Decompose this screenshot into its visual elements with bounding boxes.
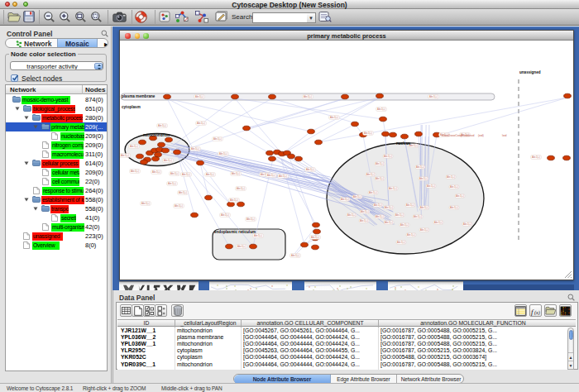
svg-text:Abc1(+): Abc1(+) xyxy=(131,170,139,173)
svg-text:Abc1(+): Abc1(+) xyxy=(532,155,540,159)
svg-text:Abc1(+): Abc1(+) xyxy=(434,221,443,224)
svg-text:xGxxxDxxxxCxxxphxxdxlxsxd: xGxxxDxxxxCxxxphxxdxlxsxd xyxy=(442,134,475,137)
svg-text:Abc1(+): Abc1(+) xyxy=(376,162,384,165)
svg-text:(xxd): (xxd) xyxy=(478,134,484,137)
svg-text:Abc1(+): Abc1(+) xyxy=(230,198,238,202)
svg-text:Abc1(+): Abc1(+) xyxy=(306,168,314,171)
svg-text:Abc1(+): Abc1(+) xyxy=(450,206,458,209)
svg-text:mitochondrion: mitochondrion xyxy=(143,133,170,137)
svg-text:Abc1(+): Abc1(+) xyxy=(407,233,415,237)
svg-text:Abc1(+): Abc1(+) xyxy=(121,154,129,157)
svg-text:Abc1(+): Abc1(+) xyxy=(414,215,422,218)
svg-text:Abc1(+): Abc1(+) xyxy=(267,174,275,177)
svg-text:Abc1(+): Abc1(+) xyxy=(130,145,138,148)
svg-text:Abc1(+): Abc1(+) xyxy=(237,245,246,248)
svg-text:Abc1(+): Abc1(+) xyxy=(427,184,435,188)
svg-text:unassigned: unassigned xyxy=(519,70,541,74)
svg-text:Abc1(+): Abc1(+) xyxy=(152,170,160,174)
svg-text:Abc1(+): Abc1(+) xyxy=(419,177,428,180)
svg-text:Abc1(+): Abc1(+) xyxy=(206,173,214,176)
svg-text:Abc1(+): Abc1(+) xyxy=(279,174,287,178)
svg-text:lxxd: lxxd xyxy=(502,134,507,137)
svg-text:Abc1(+): Abc1(+) xyxy=(406,203,414,207)
svg-text:Abc1(+): Abc1(+) xyxy=(141,202,150,205)
svg-text:Abc1(+): Abc1(+) xyxy=(420,206,428,209)
svg-text:Abc1(+): Abc1(+) xyxy=(291,254,299,257)
svg-text:plasma membrane: plasma membrane xyxy=(122,94,156,98)
svg-text:Abc1(+): Abc1(+) xyxy=(456,194,464,198)
svg-text:Abc1(+): Abc1(+) xyxy=(175,204,183,208)
svg-text:Abc1(+): Abc1(+) xyxy=(170,172,179,175)
svg-text:Abc1(+): Abc1(+) xyxy=(374,203,382,207)
svg-text:Abc1(+): Abc1(+) xyxy=(168,182,176,185)
svg-text:Abc1(+): Abc1(+) xyxy=(384,155,392,158)
svg-text:endoplasmic reticulum: endoplasmic reticulum xyxy=(214,230,256,234)
svg-text:Abc1(+): Abc1(+) xyxy=(158,124,166,127)
svg-text:Abc1(+): Abc1(+) xyxy=(254,234,262,237)
svg-text:Abc1(+): Abc1(+) xyxy=(450,185,458,189)
svg-text:Abc1(+): Abc1(+) xyxy=(447,175,455,179)
svg-text:Abc1(+): Abc1(+) xyxy=(360,219,368,222)
svg-text:Abc1(+): Abc1(+) xyxy=(429,95,438,98)
svg-text:Abc1(+): Abc1(+) xyxy=(385,206,393,209)
svg-text:Abc1(+): Abc1(+) xyxy=(341,198,349,201)
svg-text:Abc1(+): Abc1(+) xyxy=(353,195,361,198)
svg-text:Abc1(+): Abc1(+) xyxy=(221,213,229,217)
svg-text:Abc1(+): Abc1(+) xyxy=(376,177,384,180)
svg-text:Abc1(+): Abc1(+) xyxy=(219,152,227,155)
svg-text:Abc1(+): Abc1(+) xyxy=(395,213,404,217)
svg-text:Abc1(+): Abc1(+) xyxy=(237,187,245,190)
svg-text:cytoplasm: cytoplasm xyxy=(122,105,141,109)
svg-text:Abc1(+): Abc1(+) xyxy=(191,147,199,151)
svg-text:Abc1(+): Abc1(+) xyxy=(420,228,428,232)
svg-text:Abc1(+): Abc1(+) xyxy=(463,222,471,226)
svg-text:Abc1(+): Abc1(+) xyxy=(377,108,385,111)
svg-text:Abc1(+): Abc1(+) xyxy=(397,241,405,244)
svg-text:Abc1(+): Abc1(+) xyxy=(164,159,172,162)
svg-text:Abc1(+): Abc1(+) xyxy=(376,215,384,218)
svg-text:Abc1(+): Abc1(+) xyxy=(369,191,377,194)
svg-text:Abc1(+): Abc1(+) xyxy=(366,173,375,176)
svg-text:Abc1(+): Abc1(+) xyxy=(416,165,424,169)
svg-text:nucleus: nucleus xyxy=(396,141,411,146)
svg-text:Abc1(+): Abc1(+) xyxy=(330,116,338,119)
svg-text:Abc1(+): Abc1(+) xyxy=(389,187,397,190)
svg-text:(x): (x) xyxy=(534,309,540,315)
svg-text:Abc1(+): Abc1(+) xyxy=(364,131,372,135)
svg-text:Abc1(+): Abc1(+) xyxy=(304,95,312,98)
svg-text:Abc1(+): Abc1(+) xyxy=(232,172,240,175)
svg-text:Abc1(+): Abc1(+) xyxy=(361,210,369,213)
svg-text:Abc1(+): Abc1(+) xyxy=(409,144,418,147)
svg-text:Abc1(+): Abc1(+) xyxy=(311,236,319,239)
svg-text:Abc1(+): Abc1(+) xyxy=(400,223,409,227)
svg-text:Abc1(+): Abc1(+) xyxy=(213,137,222,141)
svg-text:Abc1(+): Abc1(+) xyxy=(246,218,255,221)
svg-text:Abc1(+): Abc1(+) xyxy=(197,122,205,125)
svg-text:Abc1(+): Abc1(+) xyxy=(182,173,190,176)
svg-text:Abc1(+): Abc1(+) xyxy=(179,191,187,194)
svg-text:Abc1(+): Abc1(+) xyxy=(385,221,393,224)
svg-text:Abc1(+): Abc1(+) xyxy=(347,213,356,217)
svg-text:Abc1(+): Abc1(+) xyxy=(195,95,203,98)
